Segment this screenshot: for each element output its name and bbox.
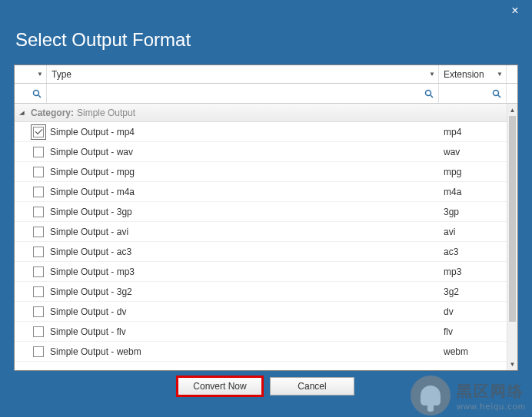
type-cell: Simple Output - dv (47, 306, 439, 317)
svg-line-1 (38, 95, 41, 98)
extension-cell: mp4 (439, 127, 507, 137)
vertical-scrollbar[interactable]: ▲ ▼ (507, 104, 517, 370)
rows-container: ◢ Category: Simple Output Simple Output … (15, 104, 507, 370)
button-bar: Convert Now Cancel (0, 371, 532, 402)
cancel-button[interactable]: Cancel (270, 377, 354, 395)
extension-cell: dv (439, 306, 507, 317)
row-checkbox[interactable] (33, 247, 44, 257)
filter-checkbox-cell[interactable] (15, 84, 47, 103)
convert-now-button[interactable]: Convert Now (178, 377, 262, 395)
checkbox-cell (15, 207, 47, 217)
checkbox-cell (15, 127, 47, 137)
svg-line-5 (498, 95, 500, 98)
table-row[interactable]: Simple Output - mpgmpg (15, 162, 507, 182)
column-header-scroll (507, 65, 517, 83)
table-row[interactable]: Simple Output - 3gp3gp (15, 202, 507, 222)
checkbox-cell (15, 187, 47, 197)
table-row[interactable]: Simple Output - aviavi (15, 222, 507, 242)
extension-cell: mp3 (439, 266, 507, 277)
extension-cell: 3gp (439, 207, 507, 217)
scrollbar-thumb[interactable] (509, 116, 516, 322)
row-checkbox[interactable] (33, 306, 44, 317)
search-icon (424, 89, 434, 98)
list-area: ◢ Category: Simple Output Simple Output … (15, 104, 517, 370)
checkbox-cell (15, 167, 47, 177)
table-row[interactable]: Simple Output - mp3mp3 (15, 262, 507, 282)
svg-point-4 (494, 90, 499, 95)
extension-cell: avi (439, 227, 507, 237)
extension-cell: mpg (439, 167, 507, 177)
type-cell: Simple Output - avi (47, 227, 439, 237)
table-row[interactable]: Simple Output - m4am4a (15, 182, 507, 202)
table-row[interactable]: Simple Output - ac3ac3 (15, 242, 507, 262)
row-checkbox[interactable] (33, 167, 44, 177)
table-row[interactable]: Simple Output - dvdv (15, 302, 507, 322)
chevron-down-icon: ▼ (429, 71, 435, 78)
type-cell: Simple Output - 3g2 (47, 286, 439, 297)
checkbox-cell (15, 147, 47, 157)
svg-point-0 (34, 90, 39, 95)
row-checkbox[interactable] (33, 346, 44, 357)
dialog-title: Select Output Format (0, 22, 532, 65)
category-row[interactable]: ◢ Category: Simple Output (15, 104, 507, 122)
chevron-down-icon: ▼ (497, 71, 503, 78)
extension-cell: webm (439, 346, 507, 357)
close-icon[interactable]: × (507, 4, 523, 18)
scroll-up-icon[interactable]: ▲ (507, 104, 517, 116)
checkbox-cell (15, 266, 47, 277)
checkbox-cell (15, 247, 47, 257)
search-icon (32, 89, 42, 98)
column-header-extension[interactable]: Extension ▼ (439, 65, 507, 83)
watermark-text-en: www.heiqu.com (457, 402, 526, 411)
expand-collapse-icon[interactable]: ◢ (19, 110, 25, 116)
extension-cell: m4a (439, 187, 507, 197)
extension-cell: flv (439, 326, 507, 337)
table-row[interactable]: Simple Output - 3g23g2 (15, 282, 507, 302)
type-cell: Simple Output - ac3 (47, 247, 439, 257)
type-cell: Simple Output - flv (47, 326, 439, 337)
checkbox-cell (15, 306, 47, 317)
row-checkbox[interactable] (33, 207, 44, 217)
scroll-down-icon[interactable]: ▼ (507, 358, 517, 370)
column-header-extension-label: Extension (444, 69, 484, 80)
column-header-type[interactable]: Type ▼ (47, 65, 439, 83)
svg-point-2 (426, 90, 431, 95)
type-cell: Simple Output - webm (47, 346, 439, 357)
checkbox-cell (15, 227, 47, 237)
extension-cell: ac3 (439, 247, 507, 257)
search-icon (492, 89, 501, 98)
table-row[interactable]: Simple Output - webmwebm (15, 342, 507, 362)
filter-type-input[interactable] (47, 84, 439, 103)
row-checkbox[interactable] (33, 227, 44, 237)
row-checkbox[interactable] (33, 266, 44, 277)
filter-row (15, 84, 517, 104)
type-cell: Simple Output - wav (47, 147, 439, 157)
row-checkbox[interactable] (33, 187, 44, 197)
table-row[interactable]: Simple Output - mp4mp4 (15, 122, 507, 142)
scrollbar-track[interactable] (507, 116, 517, 358)
row-checkbox[interactable] (33, 326, 44, 337)
row-checkbox[interactable] (33, 286, 44, 297)
table-row[interactable]: Simple Output - wavwav (15, 142, 507, 162)
checkbox-cell (15, 346, 47, 357)
type-cell: Simple Output - 3gp (47, 207, 439, 217)
row-checkbox[interactable] (33, 127, 44, 137)
type-cell: Simple Output - m4a (47, 187, 439, 197)
filter-scroll-cell (507, 84, 517, 103)
type-cell: Simple Output - mp4 (47, 127, 439, 137)
content-panel: ▼ Type ▼ Extension ▼ ◢ Category: Simple (14, 65, 518, 371)
checkbox-cell (15, 326, 47, 337)
svg-line-3 (431, 95, 433, 98)
extension-cell: 3g2 (439, 286, 507, 297)
extension-cell: wav (439, 147, 507, 157)
title-bar: × (0, 0, 532, 22)
filter-extension-input[interactable] (439, 84, 507, 103)
type-cell: Simple Output - mp3 (47, 266, 439, 277)
checkbox-cell (15, 286, 47, 297)
row-checkbox[interactable] (33, 147, 44, 157)
column-headers: ▼ Type ▼ Extension ▼ (15, 65, 517, 84)
chevron-down-icon: ▼ (37, 71, 43, 78)
column-header-checkbox[interactable]: ▼ (15, 65, 47, 83)
type-cell: Simple Output - mpg (47, 167, 439, 177)
table-row[interactable]: Simple Output - flvflv (15, 322, 507, 342)
